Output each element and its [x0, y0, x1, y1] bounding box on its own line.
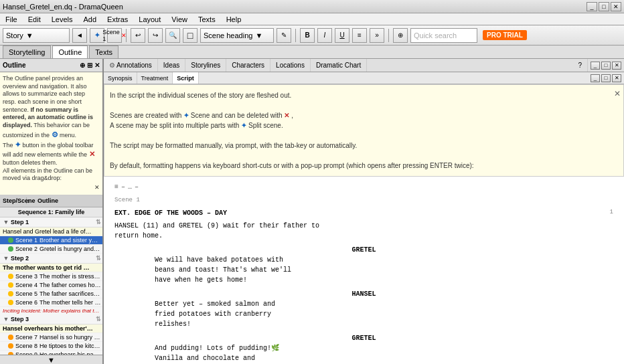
- window-controls: _ □ ✕: [587, 2, 621, 11]
- subtab-btn2[interactable]: □: [601, 74, 611, 82]
- menu-view[interactable]: View: [169, 15, 190, 23]
- search-box[interactable]: Quick search: [410, 28, 477, 43]
- scene-4-row[interactable]: Scene 4 The father comes home and tries …: [0, 281, 102, 290]
- scene-label: Scene 1: [102, 29, 120, 42]
- help-close-btn[interactable]: ✕: [614, 88, 621, 100]
- script-content[interactable]: ≡ – … – Scene 1 EXT. EDGE OF THE WOODS –…: [104, 177, 624, 364]
- outline-step3-text: Hansel overhears his mother's plans. Han…: [0, 325, 102, 333]
- outline-step2-text: The mother wants to get rid of the child…: [0, 264, 102, 272]
- tab-texts[interactable]: Texts: [89, 46, 119, 58]
- menu-edit[interactable]: Edit: [25, 15, 44, 23]
- scene-8-row[interactable]: Scene 8 He tiptoes to the kitchen to dri…: [0, 342, 102, 351]
- subtab-btn1[interactable]: _: [591, 74, 600, 82]
- outline-list[interactable]: Sequence 1: Family life ▼ Step 1 ⇅ Hanse…: [0, 207, 102, 355]
- outline-icon-2[interactable]: ⊞: [87, 62, 92, 69]
- script-maximize-btn[interactable]: □: [601, 62, 611, 70]
- subtab-treatment[interactable]: Treatment: [137, 72, 173, 84]
- scene-6-row[interactable]: Scene 6 The mother tells her husband tha…: [0, 298, 102, 307]
- format-icon-3[interactable]: …: [128, 182, 132, 192]
- underline-button[interactable]: U: [335, 28, 349, 43]
- outline-title: Outline: [3, 62, 25, 69]
- back-button[interactable]: ◄: [72, 28, 87, 43]
- more-btn[interactable]: »: [370, 28, 384, 43]
- maximize-button[interactable]: □: [599, 2, 609, 11]
- redo-button[interactable]: ↪: [148, 28, 163, 43]
- step-1-header[interactable]: ▼ Step 1 ⇅: [0, 217, 102, 227]
- minimize-button[interactable]: _: [587, 2, 597, 11]
- help-text6: The script may be formatted manually, vi…: [110, 141, 618, 151]
- scroll-down-icon: ▼: [48, 356, 55, 364]
- step1-summary: Hansel and Gretel lead a life of poverty…: [3, 228, 93, 235]
- script-minimize-btn[interactable]: _: [591, 62, 600, 70]
- tab-help[interactable]: ?: [572, 59, 588, 72]
- outline-info-displayed: displayed.: [3, 122, 32, 128]
- pencil-button[interactable]: ✎: [277, 28, 291, 43]
- scene-type-dropdown[interactable]: Scene heading ▼: [200, 28, 274, 43]
- scene-heading-row: EXT. EDGE OF THE WOODS – DAY 1: [114, 208, 613, 218]
- step-3-header[interactable]: ▼ Step 3 ⇅: [0, 314, 102, 325]
- scene-5-row[interactable]: Scene 5 The father sacrifices his share …: [0, 290, 102, 298]
- scene-3-row[interactable]: Scene 3 The mother is stressed and overw…: [0, 272, 102, 281]
- tab-ideas[interactable]: Ideas: [158, 59, 185, 72]
- tab-annotations[interactable]: ⚙ Annotations: [104, 59, 158, 72]
- scene-1-row[interactable]: Scene 1 Brother and sister yearn for the…: [0, 236, 102, 245]
- menu-add[interactable]: Add: [81, 15, 100, 23]
- bold-button[interactable]: B: [300, 28, 315, 43]
- menu-layout[interactable]: Layout: [136, 15, 163, 23]
- subtab-synopsis[interactable]: Synopsis: [104, 72, 137, 84]
- scene-8-text: He tiptoes to the kitchen to drink a sip…: [40, 343, 101, 349]
- scene-line: Scene 1: [114, 196, 613, 205]
- outline-close[interactable]: ✕: [94, 62, 100, 69]
- scene-nav-btn[interactable]: Scene 1 ✕: [107, 28, 122, 43]
- help-text7: By default, formatting happens via keybo…: [110, 161, 618, 171]
- tab-locations[interactable]: Locations: [270, 59, 311, 72]
- col-step-header: Step/Scene: [0, 197, 27, 204]
- format-icon-2[interactable]: –: [121, 182, 125, 192]
- format-icon-4[interactable]: –: [135, 182, 139, 192]
- tab-characters[interactable]: Characters: [226, 59, 270, 72]
- script-close-btn[interactable]: ✕: [612, 62, 621, 70]
- step-2-header[interactable]: ▼ Step 2 ⇅: [0, 254, 102, 264]
- format-icon-1[interactable]: ≡: [114, 182, 119, 192]
- scene-4-dot: [8, 282, 13, 288]
- scene-5-dot: [8, 291, 13, 296]
- outline-info-text6: button deletes them.: [3, 159, 58, 166]
- step-2-label: Step 2: [11, 255, 29, 262]
- scene-8-dot: [8, 343, 13, 349]
- help-text4: A scene may be split into multiple parts…: [110, 120, 618, 130]
- outline-scroll-down[interactable]: ▼: [0, 355, 102, 364]
- scene-2-row[interactable]: Scene 2 Gretel is hungry and inconsolabl…: [0, 245, 102, 254]
- scene-7-row[interactable]: Scene 7 Hansel is so hungry that he can'…: [0, 333, 102, 342]
- subtab-close[interactable]: ✕: [612, 74, 621, 82]
- menu-file[interactable]: File: [3, 15, 20, 23]
- inciting-2: Inciting Incident: Mother explains that …: [0, 307, 102, 314]
- outline-header: Outline ⊕ ⊞ ✕: [0, 59, 102, 72]
- menu-levels[interactable]: Levels: [49, 15, 76, 23]
- outline-col-header: Step/Scene ↕ Outline: [0, 195, 102, 207]
- menu-texts[interactable]: Texts: [196, 15, 218, 23]
- extra-btn1[interactable]: ⊕: [393, 28, 408, 43]
- close-button[interactable]: ✕: [611, 2, 621, 11]
- tab-dramatic-chart[interactable]: Dramatic Chart: [311, 59, 367, 72]
- subtab-script[interactable]: Script: [173, 72, 199, 84]
- menu-extras[interactable]: Extras: [104, 15, 131, 23]
- tab-outline[interactable]: Outline: [52, 46, 88, 58]
- dialogue-block-2: HANSEL Better yet – smoked salmon and fr…: [114, 289, 613, 329]
- tab-storylines[interactable]: Storylines: [185, 59, 226, 72]
- menu-help[interactable]: Help: [224, 15, 244, 23]
- script-tab-row: ⚙ Annotations Ideas Storylines Character…: [104, 59, 624, 72]
- zoom-button[interactable]: 🔍: [165, 28, 180, 43]
- scene-2-label: Scene 2: [15, 246, 40, 252]
- scene-6-label: Scene 6: [15, 299, 40, 306]
- tab-storytelling[interactable]: Storytelling: [3, 46, 51, 58]
- outline-drag-close[interactable]: ✕: [94, 184, 100, 191]
- outline-info-text1: The Outline panel provides an overview a…: [3, 75, 93, 120]
- align-button[interactable]: ≡: [352, 28, 367, 43]
- help-scene-icon: ✦: [183, 112, 191, 119]
- scene-4-label: Scene 4: [15, 282, 40, 288]
- italic-button[interactable]: I: [317, 28, 332, 43]
- story-dropdown[interactable]: Story ▼: [3, 28, 70, 43]
- zoom-out-button[interactable]: □: [183, 28, 198, 43]
- undo-button[interactable]: ↩: [131, 28, 145, 43]
- outline-icon-1[interactable]: ⊕: [80, 62, 85, 69]
